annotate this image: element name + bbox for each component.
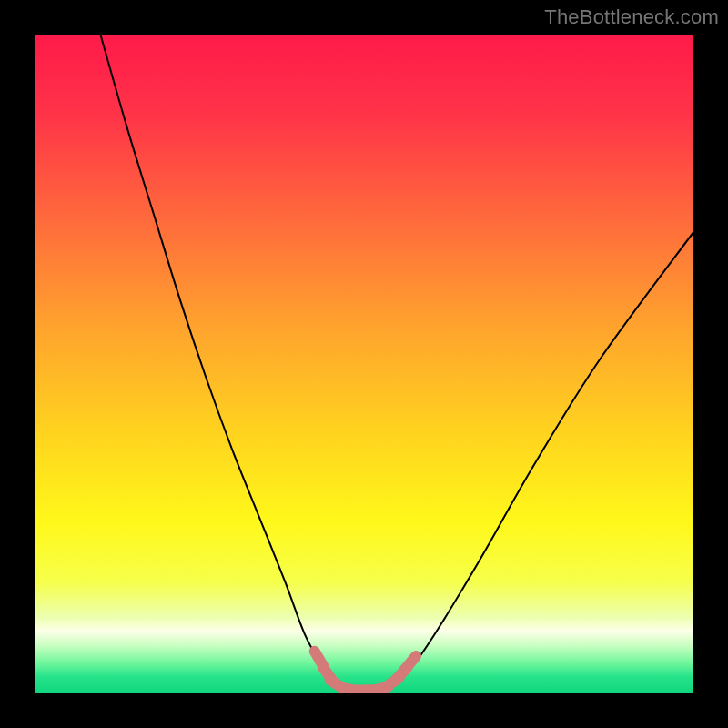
- marker-dash: [404, 656, 416, 670]
- marker-group: [315, 652, 416, 692]
- watermark-text: TheBottleneck.com: [544, 5, 719, 29]
- plot-area: [35, 35, 693, 693]
- curve-layer: [35, 35, 693, 693]
- chart-stage: TheBottleneck.com: [0, 0, 728, 728]
- main-curve: [100, 35, 693, 692]
